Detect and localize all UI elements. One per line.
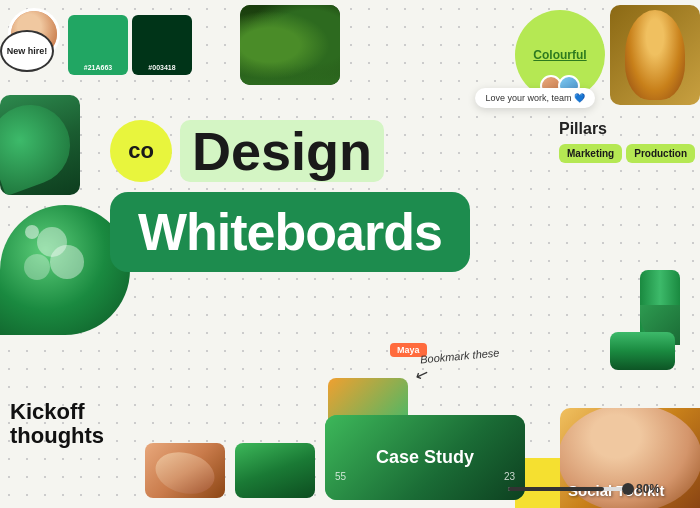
tube-horizontal <box>610 332 675 370</box>
kickoff-section: Kickoff thoughts <box>10 400 104 448</box>
case-num-left: 55 <box>335 471 346 482</box>
case-study-card: Case Study 55 23 <box>325 415 525 500</box>
design-line: co Design <box>110 120 600 182</box>
swatch-1: #21A663 <box>68 15 128 75</box>
design-word: Design <box>180 120 384 182</box>
kickoff-title: Kickoff thoughts <box>10 400 104 448</box>
case-num-right: 23 <box>504 471 515 482</box>
pillar-production-tag: Production <box>626 144 695 163</box>
progress-bar-container[interactable]: 80% <box>508 482 660 496</box>
thumb-landscape <box>235 443 315 498</box>
thumb-person-left <box>145 443 225 498</box>
plant-image <box>0 95 80 195</box>
new-hire-badge: New hire! <box>0 30 54 72</box>
progress-label: 80% <box>636 482 660 496</box>
colourful-label: Colourful <box>533 48 586 62</box>
canvas: New hire! #21A663 #003418 Colourful Love… <box>0 0 700 508</box>
case-study-numbers: 55 23 <box>325 471 525 482</box>
whiteboards-text: Whiteboards <box>138 203 442 261</box>
hero-area: co Design Whiteboards <box>110 120 600 272</box>
progress-fill <box>508 487 604 491</box>
co-logo: co <box>110 120 172 182</box>
swatch-2: #003418 <box>132 15 192 75</box>
green-tube-shape <box>610 270 690 370</box>
progress-thumb[interactable] <box>622 483 634 495</box>
whiteboards-badge: Whiteboards <box>110 192 470 272</box>
person-photo-topright <box>610 5 700 105</box>
case-study-label: Case Study <box>376 447 474 468</box>
color-swatches: #21A663 #003418 <box>68 15 192 75</box>
comment-bubble: Love your work, team 💙 <box>475 88 595 108</box>
green-shirt-photo <box>240 5 340 85</box>
progress-track[interactable] <box>508 487 628 491</box>
